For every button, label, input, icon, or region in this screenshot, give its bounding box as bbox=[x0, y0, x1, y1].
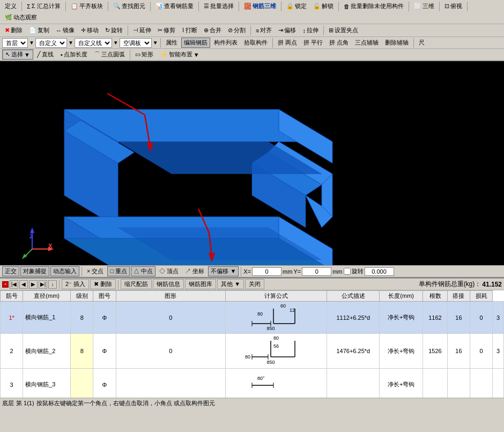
btn-set-grip[interactable]: ⊞ 设置夹点 bbox=[326, 25, 361, 35]
btn-vertex[interactable]: ◇ 顶点 bbox=[157, 266, 181, 276]
btn-point-length-tool[interactable]: • 点加长度 bbox=[57, 49, 91, 60]
btn-rebar-3d[interactable]: 🧱 钢筋三维 bbox=[241, 1, 279, 11]
btn-coord[interactable]: ↗ 坐标 bbox=[182, 266, 207, 276]
btn-offset[interactable]: ⇥ 偏移 bbox=[276, 25, 299, 35]
btn-scale-config[interactable]: 缩尺配筋 bbox=[121, 279, 152, 289]
btn-close[interactable]: 关闭 bbox=[245, 279, 264, 289]
x-unit: mm bbox=[283, 268, 292, 275]
rotate-checkbox[interactable] bbox=[344, 268, 351, 275]
cell-grade: Φ bbox=[93, 369, 116, 398]
btn-summary[interactable]: Σ Σ 汇总计算 bbox=[24, 1, 63, 11]
btn-rotate[interactable]: ↻ 旋转 bbox=[102, 25, 125, 35]
btn-object-snap[interactable]: 对象捕捉 bbox=[20, 266, 49, 276]
btn-line-tool[interactable]: ╱ 直线 bbox=[34, 49, 57, 60]
btn-delete-axis[interactable]: 删除辅轴 bbox=[382, 38, 411, 48]
btn-align[interactable]: ≡ 对齐 bbox=[253, 25, 275, 35]
cell-figno bbox=[116, 369, 225, 398]
btn-last[interactable]: ▶| bbox=[39, 280, 47, 289]
cell-overlap bbox=[470, 369, 493, 398]
svg-line-29 bbox=[24, 249, 32, 257]
cell-name: 横向钢筋_3 bbox=[23, 369, 71, 398]
btn-3d[interactable]: ⬜ 三维 bbox=[411, 1, 437, 11]
svg-text:56: 56 bbox=[273, 343, 279, 349]
btn-pick-component[interactable]: 拾取构件 bbox=[241, 38, 270, 48]
btn-delete[interactable]: ✖ 删除 bbox=[2, 25, 25, 35]
btn-unlock[interactable]: 🔓 解锁 bbox=[310, 1, 336, 11]
btn-dynamic[interactable]: 🌿 动态观察 bbox=[2, 12, 40, 23]
total-weight-label: 单构件钢筋总重(kg)： bbox=[419, 280, 481, 289]
y-input[interactable] bbox=[302, 267, 331, 276]
btn-find-element[interactable]: 🔍 查找图元 bbox=[110, 1, 148, 11]
btn-trim[interactable]: ✂ 修剪 bbox=[155, 25, 178, 35]
cell-overlap: 0 bbox=[470, 334, 493, 369]
btn-three-point-axis[interactable]: 三点辅轴 bbox=[352, 38, 381, 48]
btn-ruler[interactable]: 尺 bbox=[416, 38, 427, 48]
btn-intersection[interactable]: × 交点 bbox=[84, 266, 106, 276]
btn-insert-rebar[interactable]: 2⁻ 插入 bbox=[62, 279, 89, 289]
btn-ortho[interactable]: 正交 bbox=[2, 266, 19, 276]
btn-parallel[interactable]: 拼 平行 bbox=[301, 38, 325, 48]
btn-merge[interactable]: ⊕ 合并 bbox=[201, 25, 224, 35]
btn-no-offset[interactable]: 不偏移 ▼ bbox=[208, 266, 239, 276]
btn-prev[interactable]: ◀ bbox=[19, 280, 28, 289]
layer-select-line[interactable]: 自定义线 bbox=[75, 38, 112, 48]
table-row[interactable]: 1* 横向钢筋_1 8 Φ 0 60 12 80 850 1112+6.25*d… bbox=[1, 302, 504, 334]
btn-smart-layout[interactable]: ⚡ 智能布置 ▼ bbox=[157, 49, 203, 60]
close-panel-btn[interactable]: × bbox=[2, 281, 9, 288]
table-row[interactable]: 2 横向钢筋_2 8 Φ 0 80 56 850 80 1476+6.25*d … bbox=[1, 334, 504, 369]
btn-midpoint[interactable]: □ 重点 bbox=[107, 266, 130, 276]
sep-11 bbox=[467, 2, 468, 11]
btn-batch-select[interactable]: ☰ 批量选择 bbox=[201, 1, 236, 11]
btn-center[interactable]: △ 中点 bbox=[131, 266, 155, 276]
btn-mirror[interactable]: ↔ 镜像 bbox=[53, 25, 77, 35]
svg-text:80: 80 bbox=[257, 311, 263, 317]
btn-arc-tool[interactable]: ⌒ 三点圆弧 bbox=[91, 49, 128, 60]
btn-property[interactable]: 属性 bbox=[163, 38, 180, 48]
svg-marker-13 bbox=[279, 217, 332, 265]
x-input[interactable] bbox=[252, 267, 281, 276]
btn-align-plate[interactable]: 📋 平齐板块 bbox=[68, 1, 106, 11]
btn-delete-rebar[interactable]: ✖ 删除 bbox=[90, 279, 116, 289]
btn-move[interactable]: ✛ 移动 bbox=[78, 25, 101, 35]
svg-marker-1 bbox=[64, 109, 118, 163]
status-bar: 正交 对象捕捉 动态输入 × 交点 □ 重点 △ 中点 ◇ 顶点 ↗ 坐标 不偏… bbox=[0, 265, 504, 277]
btn-arrow-down[interactable]: ↓ bbox=[48, 280, 57, 289]
layer-select-type[interactable]: 自定义 bbox=[35, 38, 67, 48]
svg-text:80: 80 bbox=[245, 354, 250, 360]
btn-copy[interactable]: 📄 复制 bbox=[26, 25, 52, 35]
btn-dynamic-input[interactable]: 动态输入 bbox=[50, 266, 79, 276]
svg-marker-10 bbox=[306, 195, 332, 228]
btn-point-angle[interactable]: 拼 点角 bbox=[327, 38, 351, 48]
btn-other[interactable]: 其他 ▼ bbox=[217, 279, 244, 289]
btn-rebar-info[interactable]: 钢筋信息 bbox=[153, 279, 184, 289]
extend-icon: ⊣ bbox=[133, 27, 138, 34]
btn-view-rebar[interactable]: 📊 查看钢筋量 bbox=[153, 1, 196, 11]
btn-lock[interactable]: 🔒 锁定 bbox=[284, 1, 309, 11]
btn-edit-rebar[interactable]: 编辑钢筋 bbox=[181, 38, 210, 48]
btn-next[interactable]: ▶ bbox=[29, 280, 38, 289]
btn-select-tool[interactable]: ↖ 选择 ▼ bbox=[2, 49, 33, 60]
btn-rebar-lib[interactable]: 钢筋图库 bbox=[185, 279, 216, 289]
btn-rect-tool[interactable]: ▭ 矩形 bbox=[132, 49, 157, 60]
btn-break[interactable]: ⌇ 打断 bbox=[179, 25, 200, 35]
btn-extend[interactable]: ⊣ 延伸 bbox=[130, 25, 154, 35]
table-row[interactable]: 3 横向钢筋_3 Φ 80° 净长+弯钩 bbox=[1, 369, 504, 398]
smart-dropdown-icon: ▼ bbox=[194, 52, 199, 58]
btn-first[interactable]: |◀ bbox=[10, 280, 18, 289]
status-sep-2 bbox=[241, 267, 241, 276]
rotate-input[interactable] bbox=[365, 267, 394, 276]
btn-stretch[interactable]: ↕ 拉伸 bbox=[300, 25, 321, 35]
svg-marker-14 bbox=[64, 238, 332, 265]
layer-select-floor[interactable]: 首层 bbox=[2, 38, 28, 48]
layer-select-element[interactable]: 空调板 bbox=[120, 38, 152, 48]
btn-top-view[interactable]: ⊡ 俯视 bbox=[442, 1, 465, 11]
svg-marker-9 bbox=[322, 174, 332, 228]
btn-define[interactable]: 定义 bbox=[2, 1, 19, 11]
btn-split[interactable]: ⊘ 分割 bbox=[225, 25, 248, 35]
btn-batch-delete[interactable]: 🗑 批量删除未使用构件 bbox=[341, 1, 406, 11]
layer-sep-3 bbox=[413, 38, 414, 48]
svg-marker-2 bbox=[279, 109, 332, 163]
btn-component-list[interactable]: 构件列表 bbox=[211, 38, 240, 48]
dropdown-icon: ▼ bbox=[24, 52, 30, 58]
btn-two-points[interactable]: 拼 两点 bbox=[275, 38, 300, 48]
